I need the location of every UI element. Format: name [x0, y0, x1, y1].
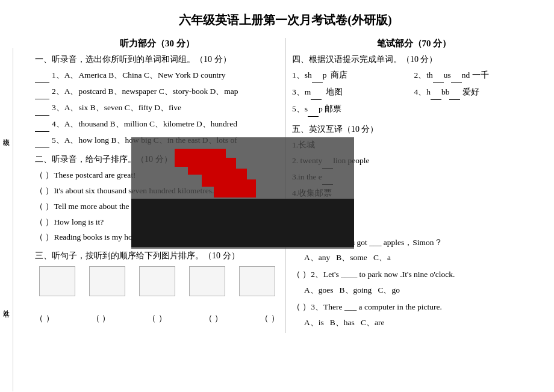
section2-items: （ ）These postcard are great! （ ）It's abo…: [35, 169, 279, 245]
listening-title: 听力部分（30 分）: [35, 38, 279, 49]
list-item: 2. twenty lion people: [292, 154, 536, 169]
main-content: 听力部分（30 分） 一、听录音，选出你所听到的单词和词组。（10 分） 1、A…: [35, 38, 536, 333]
list-item: 1.长城: [292, 138, 536, 152]
page-title: 六年级英语上册第一次月考试卷(外研版): [35, 12, 536, 28]
list-item: 2、th us nd 一千: [414, 69, 536, 83]
list-item: 5、s p 邮票: [292, 102, 414, 117]
section5-items: 1.长城 2. twenty lion people 3.in the e 4.…: [292, 138, 536, 217]
left-column: 听力部分（30 分） 一、听录音，选出你所听到的单词和词组。（10 分） 1、A…: [35, 38, 285, 333]
list-item: 3.in the e: [292, 170, 536, 185]
list-item: （ ）Tell me more about the Great Wall．: [35, 200, 279, 214]
list-item: （ ）How long is it?: [35, 216, 279, 229]
list-item: 3、A、six B、seven C、fifty D、five: [35, 101, 279, 116]
list-item: 1、A、America B、China C、New York D country: [35, 69, 279, 83]
list-item: 2、A、postcard B、newspaper C、story-book D、…: [35, 85, 279, 99]
answer-blanks: （ ） （ ） （ ） （ ） （ ）: [35, 313, 279, 324]
list-item: （ ）These postcard are great!: [35, 169, 279, 182]
page: 班级 姓名 六年级英语上册第一次月考试卷(外研版) 听力部分（30 分） 一、听…: [0, 0, 554, 392]
section1-title: 一、听录音，选出你所听到的单词和词组。（10 分）: [35, 54, 279, 65]
sidebar-text-name: 姓名: [2, 305, 11, 307]
image-placeholder: [39, 266, 75, 296]
list-item: 3、m 地图: [292, 86, 414, 100]
section1-items: 1、A、America B、China C、New York D country…: [35, 69, 279, 148]
image-placeholder: [139, 266, 175, 296]
section3-title: 三、听句子，按听到的顺序给下列图片排序。（10 分）: [35, 250, 279, 261]
image-placeholder: [189, 266, 225, 296]
image-placeholder: [89, 266, 125, 296]
section6-items: （ ）1、Have you got ___ apples，Simon？ A、an…: [292, 236, 536, 331]
list-item: （ ）It's about six thousand seven hundred…: [35, 184, 279, 198]
list-item: 4、h bb 爱好: [414, 86, 536, 100]
section4-items: 1、sh p 商店 2、th us nd 一千 3、m 地图 4、h bb 爱好…: [292, 69, 536, 119]
list-item: （ ）Reading books is my hobby.: [35, 231, 279, 244]
list-item: （ ）2、Let's ____ to park now .It's nine o…: [292, 268, 536, 297]
section2-title: 二、听录音，给句子排序。（10 分）: [35, 154, 279, 165]
sidebar-left: 班级 姓名: [0, 48, 13, 391]
section4-title: 四、根据汉语提示完成单词。（10 分）: [292, 54, 536, 65]
sidebar-text-class: 班级: [2, 133, 11, 135]
section5-title: 五、英汉互译（10 分）: [292, 124, 536, 135]
list-item: 4.收集邮票: [292, 187, 536, 201]
list-item: （ ）3、There ___ a computer in the picture…: [292, 300, 536, 330]
list-item: 4、A、thousand B、million C、kilometre D、hun…: [35, 117, 279, 132]
section6-title: （10 分）: [292, 222, 536, 232]
right-column: 笔试部分（70 分） 四、根据汉语提示完成单词。（10 分） 1、sh p 商店…: [285, 38, 536, 333]
image-placeholders: [35, 266, 279, 296]
list-item: （ ）1、Have you got ___ apples，Simon？ A、an…: [292, 236, 536, 266]
list-item: 5、A、how long B、how big C、in the east D、l…: [35, 134, 279, 148]
writing-title: 笔试部分（70 分）: [292, 38, 536, 49]
image-placeholder: [239, 266, 275, 296]
list-item: 5. lots of: [292, 202, 536, 217]
list-item: 1、sh p 商店: [292, 69, 414, 83]
